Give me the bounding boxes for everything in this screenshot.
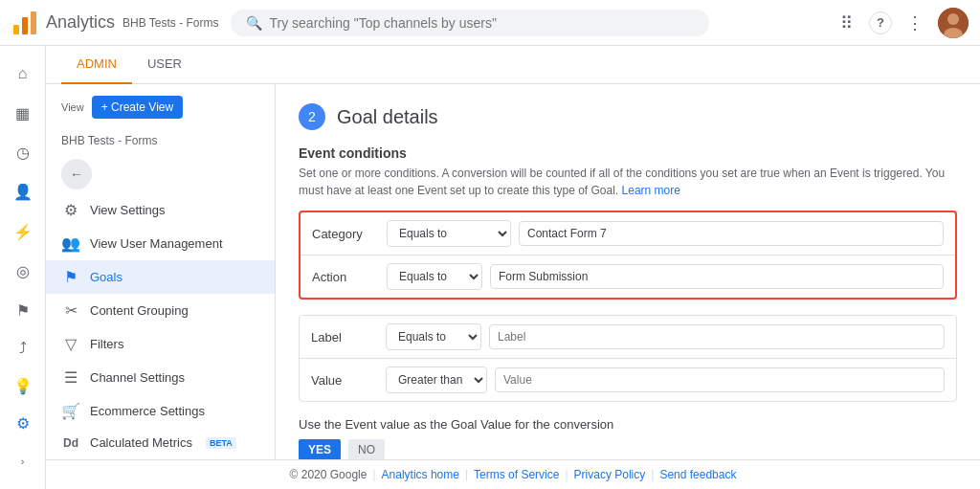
toggle-container: YES NO bbox=[299, 439, 957, 459]
two-panel: View + Create View BHB Tests - Forms ← ⚙… bbox=[46, 84, 980, 459]
view-section: View + Create View bbox=[46, 84, 275, 130]
label-condition-row: Label Equals to Contains bbox=[300, 316, 956, 359]
nav-item-ecommerce[interactable]: 🛒 Ecommerce Settings bbox=[46, 394, 275, 428]
app-title: Analytics bbox=[46, 12, 115, 33]
footer-feedback[interactable]: Send feedback bbox=[659, 468, 736, 481]
footer-privacy[interactable]: Privacy Policy bbox=[574, 468, 646, 481]
svg-rect-2 bbox=[31, 11, 36, 34]
nav-label-channel-settings: Channel Settings bbox=[90, 370, 185, 385]
toggle-no-button[interactable]: NO bbox=[348, 439, 385, 459]
nav-item-filters[interactable]: ▽ Filters bbox=[46, 327, 275, 361]
apps-icon[interactable]: ⠿ bbox=[835, 11, 858, 34]
goal-header: 2 Goal details bbox=[299, 103, 957, 130]
svg-rect-1 bbox=[22, 17, 28, 34]
sidebar-clock-icon[interactable]: ◷ bbox=[4, 135, 42, 170]
nav-label-calculated-metrics: Calculated Metrics bbox=[90, 435, 192, 450]
view-user-mgmt-icon: 👥 bbox=[61, 234, 80, 253]
svg-point-4 bbox=[947, 13, 959, 25]
sidebar-expand-icon[interactable]: › bbox=[4, 444, 42, 479]
create-view-button[interactable]: + Create View bbox=[92, 96, 184, 119]
right-panel: 2 Goal details Event conditions Set one … bbox=[276, 84, 980, 459]
value-operator-select[interactable]: Greater than Less than Equals to bbox=[386, 367, 487, 393]
action-label: Action bbox=[312, 270, 379, 284]
label-value-input[interactable] bbox=[489, 324, 945, 349]
sidebar-link-icon[interactable]: ⤴ bbox=[4, 331, 42, 367]
action-value-input[interactable] bbox=[490, 264, 944, 289]
event-conditions-title: Event conditions bbox=[299, 145, 957, 161]
footer: © 2020 Google | Analytics home | Terms o… bbox=[46, 459, 980, 489]
footer-copyright: © 2020 Google bbox=[290, 468, 368, 481]
sidebar-activity-icon[interactable]: ⚡ bbox=[4, 213, 42, 249]
step-number: 2 bbox=[299, 103, 325, 130]
filters-icon: ▽ bbox=[61, 335, 80, 353]
nav-item-goals[interactable]: ⚑ Goals bbox=[46, 260, 275, 294]
search-bar: 🔍 bbox=[231, 10, 709, 36]
sidebar-gear-icon[interactable]: ⚙ bbox=[4, 406, 42, 441]
top-nav: Analytics BHB Tests - Forms 🔍 ⠿ ? ⋮ bbox=[0, 0, 980, 46]
search-icon: 🔍 bbox=[246, 15, 262, 31]
learn-more-link[interactable]: Learn more bbox=[622, 184, 680, 197]
content-grouping-icon: ✂ bbox=[61, 301, 80, 320]
svg-rect-0 bbox=[13, 25, 19, 34]
category-value-input[interactable] bbox=[519, 221, 944, 246]
nav-label-filters: Filters bbox=[90, 337, 123, 351]
icon-sidebar: ⌂ ▦ ◷ 👤 ⚡ ◎ ⚑ ⤴ 💡 ⚙ › bbox=[0, 46, 46, 489]
category-condition-row: Category Equals to Contains Begins with … bbox=[301, 212, 955, 256]
channel-settings-icon: ☰ bbox=[61, 368, 80, 387]
label-label: Label bbox=[311, 330, 378, 345]
nav-item-content-grouping[interactable]: ✂ Content Grouping bbox=[46, 294, 275, 327]
account-selector[interactable]: BHB Tests - Forms bbox=[122, 16, 218, 30]
nav-label-content-grouping: Content Grouping bbox=[90, 303, 189, 318]
footer-terms[interactable]: Terms of Service bbox=[474, 468, 559, 481]
nav-item-view-user-management[interactable]: 👥 View User Management bbox=[46, 227, 275, 260]
view-label: View bbox=[61, 101, 84, 113]
sidebar-dashboard-icon[interactable]: ▦ bbox=[4, 95, 42, 130]
top-nav-right: ⠿ ? ⋮ bbox=[835, 8, 969, 38]
ecommerce-icon: 🛒 bbox=[61, 402, 80, 420]
nav-label-view-user-mgmt: View User Management bbox=[90, 236, 223, 251]
highlighted-conditions: Category Equals to Contains Begins with … bbox=[299, 211, 957, 300]
footer-analytics-home[interactable]: Analytics home bbox=[382, 468, 459, 481]
toggle-yes-button[interactable]: YES bbox=[299, 439, 341, 459]
sidebar-person-icon[interactable]: 👤 bbox=[4, 174, 42, 210]
goal-title: Goal details bbox=[337, 106, 438, 128]
analytics-logo bbox=[11, 10, 38, 36]
tab-user[interactable]: USER bbox=[132, 46, 197, 84]
sidebar-lightbulb-icon[interactable]: 💡 bbox=[4, 368, 42, 404]
nav-item-channel-settings[interactable]: ☰ Channel Settings bbox=[46, 361, 275, 394]
event-conditions-desc: Set one or more conditions. A conversion… bbox=[299, 165, 957, 199]
action-operator-select[interactable]: Equals to Contains Begins with bbox=[387, 263, 482, 290]
sidebar-flag-icon[interactable]: ⚑ bbox=[4, 293, 42, 328]
back-button[interactable]: ← bbox=[61, 159, 92, 189]
tab-admin[interactable]: ADMIN bbox=[61, 46, 132, 84]
main-layout: ⌂ ▦ ◷ 👤 ⚡ ◎ ⚑ ⤴ 💡 ⚙ › ADMIN USER View + … bbox=[0, 46, 980, 489]
search-input[interactable] bbox=[270, 15, 694, 31]
event-value-label: Use the Event value as the Goal Value fo… bbox=[299, 417, 957, 432]
nav-label-ecommerce: Ecommerce Settings bbox=[90, 404, 205, 418]
event-value-section: Use the Event value as the Goal Value fo… bbox=[299, 417, 957, 459]
left-panel: View + Create View BHB Tests - Forms ← ⚙… bbox=[46, 84, 276, 459]
avatar[interactable] bbox=[938, 8, 969, 38]
category-label: Category bbox=[312, 227, 379, 241]
nav-item-view-settings[interactable]: ⚙ View Settings bbox=[46, 193, 275, 227]
tab-bar: ADMIN USER bbox=[46, 46, 980, 84]
help-icon[interactable]: ? bbox=[869, 11, 892, 34]
nav-label-goals: Goals bbox=[90, 270, 122, 284]
value-value-input[interactable] bbox=[495, 367, 945, 392]
view-settings-icon: ⚙ bbox=[61, 201, 80, 219]
goals-icon: ⚑ bbox=[61, 268, 80, 286]
other-conditions: Label Equals to Contains Value Greater t… bbox=[299, 315, 957, 402]
account-name: BHB Tests - Forms bbox=[46, 130, 275, 155]
content-area: ADMIN USER View + Create View BHB Tests … bbox=[46, 46, 980, 489]
value-label: Value bbox=[311, 373, 378, 388]
calculated-metrics-icon: Dd bbox=[61, 436, 80, 450]
event-conditions-section: Event conditions Set one or more conditi… bbox=[299, 145, 957, 402]
category-operator-select[interactable]: Equals to Contains Begins with Ends with… bbox=[387, 220, 511, 247]
logo-area: Analytics BHB Tests - Forms bbox=[11, 10, 219, 36]
sidebar-home-icon[interactable]: ⌂ bbox=[4, 56, 42, 91]
nav-item-calculated-metrics[interactable]: Dd Calculated Metrics BETA bbox=[46, 428, 275, 457]
value-condition-row: Value Greater than Less than Equals to bbox=[300, 359, 956, 401]
sidebar-target-icon[interactable]: ◎ bbox=[4, 254, 42, 289]
more-icon[interactable]: ⋮ bbox=[903, 11, 926, 34]
label-operator-select[interactable]: Equals to Contains bbox=[386, 323, 481, 350]
